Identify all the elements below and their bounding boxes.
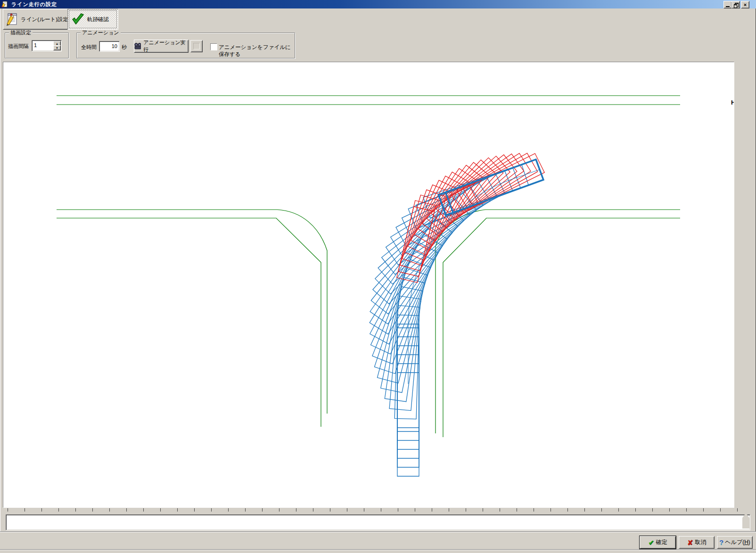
draw-settings-title: 描画設定: [9, 30, 33, 35]
stop-button[interactable]: [190, 40, 203, 52]
trackbar-tick: [703, 508, 704, 512]
trackbar-tick: [432, 508, 432, 512]
line-route-settings-button[interactable]: ライン(ルート)設定: [3, 9, 73, 30]
draw-interval-field: ▲ ▼: [32, 40, 62, 51]
trackbar-tick: [720, 508, 721, 512]
help-label: ヘルプ(H): [725, 538, 750, 546]
trajectory-drawing: [3, 62, 733, 506]
road-edge-line: [436, 210, 680, 433]
movie-camera-icon: [134, 43, 141, 49]
focus-rect: [69, 10, 117, 28]
close-button[interactable]: ×: [741, 1, 749, 8]
trackbar-tick: [652, 508, 653, 512]
animation-group: アニメーション 全時間 秒 アニメーション実行 アニメーションをファイルに保存す…: [76, 33, 295, 58]
trackbar-channel[interactable]: [6, 514, 750, 530]
trackbar-tick: [262, 508, 263, 512]
trajectory-canvas[interactable]: H: [3, 62, 734, 508]
window-title: ライン走行の設定: [11, 1, 57, 8]
trackbar-tick: [211, 508, 212, 512]
trackbar-tick: [415, 508, 415, 512]
trackbar-tick: [551, 508, 551, 512]
title-bar: ライン走行の設定 ×: [0, 0, 756, 8]
trackbar-ticks: [0, 508, 756, 513]
trackbar-tick: [41, 508, 42, 512]
trackbar-tick: [398, 508, 398, 512]
minimize-icon: [726, 6, 730, 7]
clipped-label: H: [731, 99, 734, 106]
window-icon: [1, 1, 8, 8]
draw-interval-input[interactable]: [33, 41, 54, 49]
restore-button[interactable]: [731, 1, 740, 8]
trackbar-tick: [8, 508, 8, 512]
run-animation-label: アニメーション実行: [143, 39, 188, 53]
trackbar-tick: [500, 508, 500, 512]
trackbar-tick: [330, 508, 330, 512]
ok-button[interactable]: ✔ 確定: [640, 536, 676, 549]
footer-panel: ✔ 確定 ✘ 取消 ? ヘルプ(H): [0, 532, 756, 550]
trackbar-tick: [618, 508, 619, 512]
trackbar-tick: [126, 508, 127, 512]
stop-icon: [193, 43, 200, 49]
draw-settings-group: 描画設定 描画間隔 ▲ ▼: [5, 33, 69, 58]
road-edge-line: [443, 218, 680, 437]
cancel-label: 取消: [695, 538, 706, 546]
run-animation-button[interactable]: アニメーション実行: [134, 40, 189, 53]
trackbar-tick: [245, 508, 246, 512]
trackbar-tick: [177, 508, 178, 512]
time-unit-label: 秒: [122, 44, 127, 51]
road-edge-line: [57, 218, 321, 427]
line-route-settings-label: ライン(ルート)設定: [21, 16, 68, 23]
trackbar-tick: [466, 508, 466, 512]
help-question-icon: ?: [719, 538, 723, 546]
dialog-window: ライン走行の設定 × ライン(ルート)設定: [0, 0, 756, 553]
trackbar-tick: [669, 508, 670, 512]
trackbar-tick: [686, 508, 687, 512]
total-time-input[interactable]: [100, 42, 119, 50]
trackbar-tick: [58, 508, 59, 512]
trackbar-tick: [143, 508, 144, 512]
trackbar-tick: [160, 508, 161, 512]
road-edge-line: [57, 210, 327, 414]
trackbar-tick: [313, 508, 313, 512]
trackbar-tick: [601, 508, 602, 512]
animation-title: アニメーション: [81, 30, 121, 35]
trackbar-tick: [25, 508, 25, 512]
save-animation-label: アニメーションをファイルに保存する: [219, 44, 295, 58]
cancel-button[interactable]: ✘ 取消: [679, 536, 715, 549]
trackbar-tick: [92, 508, 93, 512]
ok-label: 確定: [656, 538, 667, 546]
spin-up-icon: ▲: [56, 42, 58, 45]
trackbar-tick: [228, 508, 229, 512]
total-time-field: [99, 41, 120, 52]
trackbar-tick: [567, 508, 568, 512]
minimize-button[interactable]: [723, 1, 732, 8]
note-pencil-icon: [6, 13, 18, 26]
spin-down-button[interactable]: ▼: [53, 45, 61, 50]
trackbar-tick: [584, 508, 585, 512]
bottom-strip: [0, 550, 756, 553]
trackbar-tick: [279, 508, 279, 512]
total-time-label: 全時間: [81, 44, 97, 51]
trackbar-tick: [737, 508, 738, 512]
trackbar-tick: [296, 508, 296, 512]
trackbar-tick: [483, 508, 483, 512]
trackbar-tick: [364, 508, 364, 512]
trackbar-tick: [449, 508, 449, 512]
trackbar-tick: [347, 508, 347, 512]
ok-button-ring: ✔ 確定: [639, 536, 676, 549]
trackbar-tick: [534, 508, 534, 512]
cancel-x-icon: ✘: [687, 538, 693, 547]
help-button[interactable]: ? ヘルプ(H): [717, 536, 753, 549]
save-animation-checkbox[interactable]: [210, 43, 217, 50]
trackbar-tick: [194, 508, 195, 512]
trajectory-check-button[interactable]: 軌跡確認: [67, 9, 118, 30]
restore-icon: [734, 3, 738, 7]
trackbar-tick: [109, 508, 110, 512]
trackbar-tick: [635, 508, 636, 512]
ok-check-icon: ✔: [648, 538, 654, 547]
trackbar-tick: [75, 508, 76, 512]
trackbar-tick: [381, 508, 381, 512]
spin-down-icon: ▼: [56, 47, 58, 49]
draw-interval-label: 描画間隔: [8, 43, 29, 50]
trackbar-tick: [517, 508, 517, 512]
